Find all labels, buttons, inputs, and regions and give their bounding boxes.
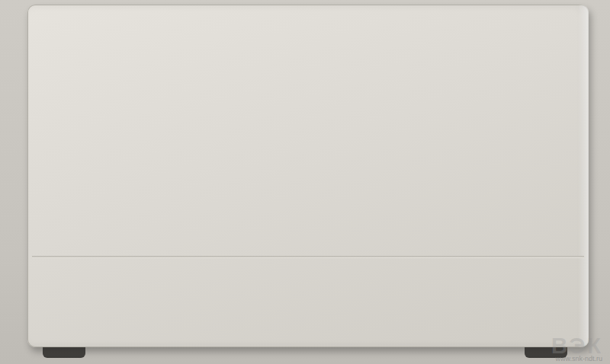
instrument-body bbox=[27, 5, 589, 347]
watermark: ВЭК www.snk-ndt.ru bbox=[551, 337, 602, 362]
case-side-highlight bbox=[578, 5, 589, 347]
watermark-url: www.snk-ndt.ru bbox=[551, 355, 602, 362]
panel-seam bbox=[32, 256, 584, 258]
watermark-mark: ВЭК bbox=[551, 337, 602, 355]
instrument-photo: KEYSIGHT ENA Network Analyzer E5080A 9 k… bbox=[0, 0, 610, 364]
